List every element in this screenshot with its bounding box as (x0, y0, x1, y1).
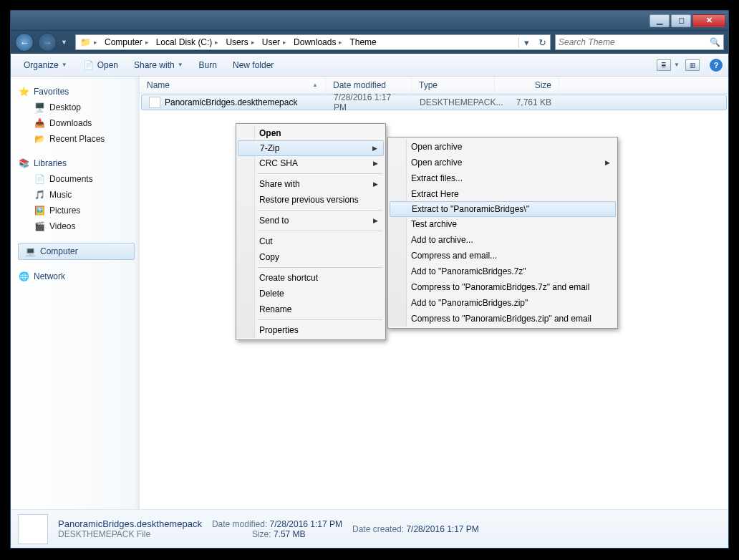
crumb-theme[interactable]: Theme (346, 35, 380, 49)
maximize-button[interactable]: ◻ (671, 14, 691, 27)
nav-music[interactable]: 🎵Music (18, 187, 139, 203)
details-pane: PanoramicBridges.deskthemepack DESKTHEME… (11, 509, 728, 548)
crumb-users[interactable]: Users▸ (222, 35, 258, 49)
col-name[interactable]: Name▲ (140, 77, 326, 93)
menu-rename[interactable]: Rename (238, 301, 384, 317)
crumb-user[interactable]: User▸ (259, 35, 290, 49)
menu-crc-sha[interactable]: CRC SHA▶ (238, 155, 384, 171)
menu-copy[interactable]: Copy (238, 249, 384, 265)
recent-icon: 📂 (34, 133, 45, 145)
address-bar: ← → ▼ 📁▸ Computer▸ Local Disk (C:)▸ User… (11, 31, 728, 54)
submenu-arrow-icon: ▶ (605, 159, 610, 166)
submenu-add-to-7z[interactable]: Add to "PanoramicBridges.7z" (390, 264, 616, 279)
forward-button[interactable]: → (38, 33, 57, 52)
submenu-open-archive-sub[interactable]: Open archive▶ (390, 155, 616, 170)
burn-button[interactable]: Burn (192, 57, 224, 73)
crumb-computer[interactable]: Computer▸ (101, 35, 153, 49)
submenu-extract-files[interactable]: Extract files... (390, 170, 616, 186)
menu-create-shortcut[interactable]: Create shortcut (238, 270, 384, 286)
submenu-add-to-zip[interactable]: Add to "PanoramicBridges.zip" (390, 295, 616, 311)
search-input[interactable]: Search Theme 🔍 (555, 34, 724, 50)
crumb-localdisk[interactable]: Local Disk (C:)▸ (153, 35, 223, 49)
sevenzip-submenu: Open archive Open archive▶ Extract files… (387, 137, 618, 329)
submenu-compress-email[interactable]: Compress and email... (390, 248, 616, 264)
close-button[interactable]: ✕ (692, 14, 725, 27)
toolbar: Organize▼ 📄Open Share with▼ Burn New fol… (11, 54, 728, 77)
nav-recent[interactable]: 📂Recent Places (18, 131, 139, 147)
submenu-arrow-icon: ▶ (373, 217, 378, 224)
search-icon: 🔍 (710, 37, 720, 47)
menu-restore-versions[interactable]: Restore previous versions (238, 192, 384, 208)
submenu-compress-7z-email[interactable]: Compress to "PanoramicBridges.7z" and em… (390, 279, 616, 295)
submenu-compress-zip-email[interactable]: Compress to "PanoramicBridges.zip" and e… (390, 311, 616, 327)
navigation-pane: ⭐Favorites 🖥️Desktop 📥Downloads 📂Recent … (11, 77, 140, 509)
submenu-arrow-icon: ▶ (373, 160, 378, 167)
file-type: DESKTHEMEPACK... (412, 97, 496, 107)
computer-icon: 💻 (24, 246, 36, 257)
nav-history-dropdown[interactable]: ▼ (61, 39, 71, 46)
context-menu: Open 7-Zip▶ CRC SHA▶ Share with▶ Restore… (236, 123, 386, 340)
music-icon: 🎵 (34, 189, 45, 201)
crumb-downloads[interactable]: Downloads▸ (290, 35, 346, 49)
refresh-button[interactable]: ↻ (534, 37, 550, 48)
nav-desktop[interactable]: 🖥️Desktop (18, 100, 139, 115)
menu-send-to[interactable]: Send to▶ (238, 213, 384, 228)
open-button[interactable]: 📄Open (76, 57, 125, 74)
submenu-extract-to[interactable]: Extract to "PanoramicBridges\" (390, 201, 616, 217)
col-size[interactable]: Size (495, 77, 559, 93)
menu-delete[interactable]: Delete (238, 286, 384, 301)
details-filename: PanoramicBridges.deskthemepack (58, 518, 202, 529)
libraries-icon: 📚 (18, 158, 29, 169)
nav-pictures[interactable]: 🖼️Pictures (18, 203, 139, 218)
menu-cut[interactable]: Cut (238, 233, 384, 249)
videos-icon: 🎬 (34, 221, 45, 232)
minimize-button[interactable]: ▁ (649, 14, 670, 27)
nav-documents[interactable]: 📄Documents (18, 171, 139, 187)
menu-open[interactable]: Open (238, 125, 384, 141)
sort-asc-icon: ▲ (312, 82, 318, 88)
submenu-open-archive[interactable]: Open archive (390, 139, 616, 155)
column-headers: Name▲ Date modified Type Size (140, 77, 728, 94)
file-icon: 📄 (83, 59, 95, 71)
new-folder-button[interactable]: New folder (226, 57, 281, 73)
menu-properties[interactable]: Properties (238, 322, 384, 338)
nav-computer[interactable]: 💻Computer (18, 243, 135, 260)
submenu-extract-here[interactable]: Extract Here (390, 186, 616, 202)
file-icon (149, 97, 160, 108)
submenu-arrow-icon: ▶ (373, 180, 378, 188)
downloads-icon: 📥 (34, 117, 45, 129)
view-dropdown[interactable]: ▼ (672, 62, 684, 68)
back-button[interactable]: ← (15, 33, 34, 52)
folder-icon: 📁 (79, 37, 91, 48)
view-options-button[interactable]: ≣ (657, 59, 671, 71)
nav-network[interactable]: 🌐Network (18, 269, 139, 284)
file-date: 7/28/2016 1:17 PM (327, 92, 412, 112)
desktop-icon: 🖥️ (34, 102, 45, 113)
share-with-button[interactable]: Share with▼ (127, 57, 190, 73)
file-name: PanoramicBridges.deskthemepack (165, 97, 297, 107)
nav-videos[interactable]: 🎬Videos (18, 218, 139, 234)
titlebar[interactable]: ▁ ◻ ✕ (11, 11, 728, 31)
star-icon: ⭐ (18, 86, 29, 97)
file-thumbnail (18, 514, 48, 544)
nav-downloads[interactable]: 📥Downloads (18, 115, 139, 131)
menu-7zip[interactable]: 7-Zip▶ (238, 140, 384, 156)
breadcrumb[interactable]: 📁▸ Computer▸ Local Disk (C:)▸ Users▸ Use… (75, 34, 551, 50)
submenu-arrow-icon: ▶ (372, 145, 377, 152)
menu-share-with[interactable]: Share with▶ (238, 176, 384, 192)
file-row[interactable]: PanoramicBridges.deskthemepack 7/28/2016… (141, 95, 727, 110)
col-date[interactable]: Date modified (326, 77, 412, 93)
file-size: 7,761 KB (496, 97, 559, 107)
help-button[interactable]: ? (710, 59, 723, 72)
details-filetype: DESKTHEMEPACK File (58, 529, 202, 539)
preview-pane-button[interactable]: ▥ (685, 59, 700, 71)
nav-libraries[interactable]: 📚Libraries (18, 155, 139, 171)
network-icon: 🌐 (18, 271, 29, 282)
organize-button[interactable]: Organize▼ (16, 57, 74, 73)
col-type[interactable]: Type (412, 77, 495, 93)
pictures-icon: 🖼️ (34, 205, 45, 216)
nav-favorites[interactable]: ⭐Favorites (18, 84, 139, 100)
submenu-add-to-archive[interactable]: Add to archive... (390, 232, 616, 248)
submenu-test-archive[interactable]: Test archive (390, 216, 616, 232)
search-placeholder: Search Theme (559, 37, 615, 47)
